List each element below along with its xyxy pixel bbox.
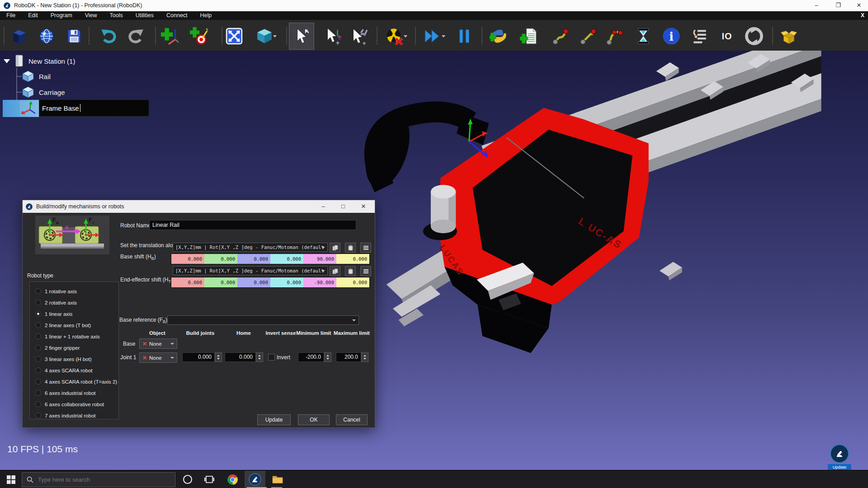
robot-type-option[interactable]: 1 linear + 1 rotative axis bbox=[35, 331, 117, 342]
radio-icon[interactable] bbox=[35, 322, 41, 328]
radio-icon[interactable] bbox=[35, 333, 41, 339]
robot-type-option[interactable]: 6 axes collaborative robot bbox=[35, 399, 117, 410]
radio-icon[interactable] bbox=[35, 300, 41, 305]
base-shift-rz[interactable]: 0.000 bbox=[336, 254, 369, 264]
robot-name-input[interactable]: Linear Rail bbox=[149, 220, 356, 230]
export-package-icon[interactable] bbox=[778, 25, 800, 47]
ee-shift-z[interactable]: 0.000 bbox=[237, 277, 270, 287]
toolbar-grip[interactable] bbox=[286, 27, 288, 44]
wait-instruction-icon[interactable] bbox=[632, 25, 654, 47]
copy-pose-button[interactable] bbox=[330, 266, 340, 276]
add-target-icon[interactable] bbox=[188, 25, 210, 47]
toolbar-grip[interactable] bbox=[4, 27, 6, 44]
paste-pose-button[interactable] bbox=[345, 243, 356, 253]
toolbar-grip[interactable] bbox=[377, 27, 379, 44]
joint1-max-stepper[interactable] bbox=[361, 352, 368, 362]
redo-icon[interactable] bbox=[125, 25, 146, 47]
minimize-button[interactable]: – bbox=[807, 0, 826, 11]
joint1-home-stepper[interactable] bbox=[256, 352, 263, 362]
robot-type-option[interactable]: 3 linear axes (H bot) bbox=[35, 353, 117, 365]
base-shift-y[interactable]: 0.000 bbox=[204, 254, 237, 264]
run-fast-icon[interactable] bbox=[421, 25, 443, 47]
show-info-icon[interactable]: i bbox=[660, 25, 682, 47]
toolbar-grip[interactable] bbox=[481, 27, 484, 44]
robot-type-option[interactable]: 1 rotative axis bbox=[35, 286, 117, 297]
move-joint-icon[interactable] bbox=[550, 25, 571, 47]
radio-icon[interactable] bbox=[35, 356, 41, 362]
robot-type-option-selected[interactable]: 1 linear axis bbox=[35, 308, 117, 319]
joint1-max-limit[interactable]: 200.0 bbox=[336, 352, 361, 362]
file-explorer-icon[interactable] bbox=[269, 472, 287, 487]
show-instructions-icon[interactable] bbox=[689, 25, 711, 47]
chrome-icon[interactable] bbox=[223, 472, 241, 487]
view-dropdown-caret[interactable] bbox=[273, 35, 277, 38]
pose-options-menu-button[interactable] bbox=[360, 266, 371, 276]
dialog-minimize-button[interactable]: – bbox=[316, 201, 330, 212]
robot-type-option[interactable]: 2 finger gripper bbox=[35, 342, 117, 353]
online-library-icon[interactable] bbox=[36, 25, 57, 47]
radio-icon[interactable] bbox=[35, 345, 41, 351]
fit-to-screen-icon[interactable] bbox=[223, 25, 245, 47]
joint1-build-value[interactable]: 0.000 bbox=[182, 352, 215, 362]
base-shift-ry[interactable]: 90.000 bbox=[303, 254, 336, 264]
menu-view[interactable]: View bbox=[79, 11, 104, 20]
robot-type-option[interactable]: 2 rotative axis bbox=[35, 297, 117, 308]
joint1-min-stepper[interactable] bbox=[324, 352, 331, 362]
base-shift-x[interactable]: 0.000 bbox=[171, 254, 204, 264]
update-button[interactable]: Update bbox=[257, 414, 291, 425]
ok-button[interactable]: OK bbox=[298, 414, 330, 425]
set-io-icon[interactable]: IO bbox=[716, 25, 738, 47]
move-tool-icon[interactable] bbox=[348, 25, 369, 47]
add-program-icon[interactable] bbox=[518, 25, 540, 47]
dialog-maximize-button[interactable]: □ bbox=[336, 201, 350, 212]
move-circular-icon[interactable] bbox=[604, 25, 626, 47]
robot-type-option[interactable]: 7 axes industrial robot bbox=[35, 410, 117, 421]
tree-item-rename-input[interactable]: Frame Base bbox=[39, 99, 149, 117]
run-dropdown-caret[interactable] bbox=[442, 35, 445, 38]
add-python-program-icon[interactable] bbox=[488, 25, 509, 47]
ee-shift-rx[interactable]: 0.000 bbox=[270, 277, 303, 287]
robot-type-option[interactable]: 6 axes industrial robot bbox=[35, 387, 117, 399]
robodk-update-badge-icon[interactable] bbox=[830, 444, 849, 463]
radio-icon[interactable] bbox=[35, 379, 41, 385]
cancel-button[interactable]: Cancel bbox=[336, 414, 368, 425]
joint1-invert-checkbox[interactable] bbox=[268, 354, 275, 361]
menu-tools[interactable]: Tools bbox=[104, 11, 129, 20]
taskbar-search[interactable] bbox=[22, 472, 175, 487]
robot-type-option[interactable]: 2 linear axes (T bot) bbox=[35, 319, 117, 331]
save-station-icon[interactable] bbox=[63, 25, 85, 47]
robot-type-option[interactable]: 4 axes SCARA robot (T=axis 2) bbox=[35, 376, 117, 387]
synchronize-icon[interactable] bbox=[743, 25, 765, 47]
menubar-close-icon[interactable]: X bbox=[861, 11, 864, 20]
menu-program[interactable]: Program bbox=[44, 11, 79, 20]
base-shift-format-dropdown[interactable]: [X,Y,Z]mm | Rot[X,Y ,Z ]deg - Fanuc/Moto… bbox=[173, 243, 328, 252]
menu-help[interactable]: Help bbox=[194, 11, 218, 20]
tree-item-carriage[interactable]: Carriage bbox=[22, 86, 65, 99]
check-collisions-icon[interactable] bbox=[383, 25, 405, 47]
robot-type-option[interactable]: 4 axes SCARA robot bbox=[35, 365, 117, 376]
ee-shift-y[interactable]: 0.000 bbox=[204, 277, 237, 287]
toolbar-grip[interactable] bbox=[89, 27, 91, 44]
ee-shift-rz[interactable]: 0.000 bbox=[336, 277, 369, 287]
joint1-object-dropdown[interactable]: ✕ None bbox=[139, 352, 177, 363]
radio-icon[interactable] bbox=[35, 390, 41, 396]
tree-item-rail[interactable]: Rail bbox=[22, 70, 51, 83]
ee-shift-ry[interactable]: -90.000 bbox=[303, 277, 336, 287]
isometric-view-icon[interactable] bbox=[254, 25, 275, 47]
pose-options-menu-button[interactable] bbox=[360, 243, 371, 253]
radio-icon[interactable] bbox=[35, 401, 41, 407]
ee-shift-x[interactable]: 0.000 bbox=[171, 277, 204, 287]
move-reference-icon[interactable] bbox=[322, 25, 344, 47]
expander-icon[interactable] bbox=[4, 59, 10, 63]
radio-icon[interactable] bbox=[35, 367, 41, 373]
base-object-dropdown[interactable]: ✕ None bbox=[139, 338, 177, 349]
radio-icon[interactable] bbox=[35, 311, 41, 317]
toolbar-grip[interactable] bbox=[155, 27, 157, 44]
menu-utilities[interactable]: Utilities bbox=[129, 11, 160, 20]
close-button[interactable]: ✕ bbox=[850, 0, 868, 11]
cortana-icon[interactable] bbox=[179, 472, 197, 487]
base-reference-dropdown[interactable] bbox=[167, 315, 359, 325]
collision-dropdown-caret[interactable] bbox=[404, 35, 407, 38]
toolbar-grip[interactable] bbox=[415, 27, 417, 44]
dialog-close-button[interactable]: ✕ bbox=[357, 201, 370, 212]
